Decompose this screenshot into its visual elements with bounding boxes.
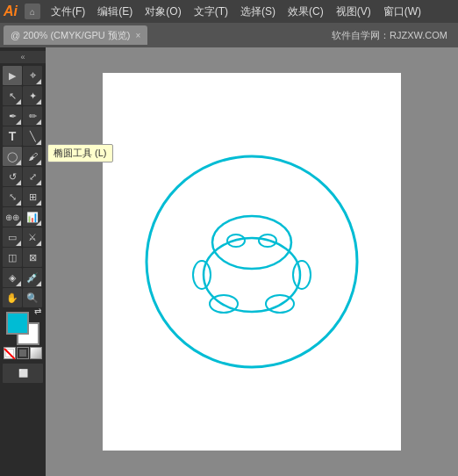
tool-row-9: ▭ ⚔ [3, 227, 43, 247]
tool-row-7: ⤡ ⊞ [3, 187, 43, 206]
free-transform-tool[interactable]: ⊞ [23, 187, 42, 206]
document-tab[interactable]: @ 200% (CMYK/GPU 预览) × [4, 25, 147, 45]
svg-point-2 [212, 216, 291, 269]
warp-tool[interactable]: ⤡ [3, 187, 22, 206]
tool-arrow [36, 200, 41, 206]
toolbar-collapse-button[interactable]: « [0, 51, 46, 63]
column-graph-tool[interactable]: 📊 [23, 207, 42, 227]
tool-row-10: ◫ ⊠ [3, 248, 43, 267]
symbol-spray-tool[interactable]: ⊕⊕ [3, 207, 22, 227]
tool-arrow [16, 99, 21, 105]
tool-arrow [36, 180, 41, 185]
hand-tool[interactable]: ✋ [3, 288, 22, 307]
canvas-page [103, 73, 401, 451]
tool-row-8: ⊕⊕ 📊 [3, 207, 43, 227]
scale-tool[interactable]: ⤢ [23, 167, 42, 186]
foreground-color-swatch[interactable] [6, 312, 29, 335]
menu-effect[interactable]: 效果(C) [283, 3, 329, 21]
gradient-tool[interactable]: ◫ [3, 248, 22, 267]
tool-arrow [36, 241, 41, 246]
direct-select-tool[interactable]: ↖ [3, 86, 22, 105]
tool-arrow [36, 220, 41, 226]
artboard-tool[interactable]: ▭ [3, 227, 22, 247]
gradient-swatch[interactable] [30, 347, 42, 359]
svg-point-0 [147, 156, 357, 367]
ellipse-tool[interactable]: ◯ [3, 147, 22, 166]
svg-point-8 [293, 261, 311, 289]
toolbar: « ▶ ⌖ ↖ ✦ ✒ [0, 47, 46, 476]
select-tool[interactable]: ▶ [3, 66, 22, 85]
tool-row-5: ◯ 🖌 [3, 147, 43, 166]
menu-view[interactable]: 视图(V) [331, 3, 376, 21]
blend-tool[interactable]: ◈ [3, 268, 22, 287]
bottom-icons: ⬜ [3, 364, 43, 383]
rotate-tool[interactable]: ↺ [3, 167, 22, 186]
slice-tool[interactable]: ⚔ [23, 227, 42, 247]
tool-row-4: T ╲ [3, 126, 43, 146]
menu-items: 文件(F) 编辑(E) 对象(O) 文字(T) 选择(S) 效果(C) 视图(V… [46, 3, 426, 21]
tool-row-11: ◈ 💉 [3, 268, 43, 287]
tool-arrow [36, 79, 41, 84]
home-icon[interactable]: ⌂ [25, 4, 40, 19]
tool-arrow [16, 180, 21, 185]
app-logo: Ai [4, 4, 18, 19]
menu-edit[interactable]: 编辑(E) [92, 3, 138, 21]
swatch-container: ⇄ [6, 312, 39, 345]
menu-bar: Ai ⌂ 文件(F) 编辑(E) 对象(O) 文字(T) 选择(S) 效果(C)… [0, 0, 458, 23]
tool-arrow [16, 241, 21, 246]
mesh-tool[interactable]: ⊠ [23, 248, 42, 267]
svg-point-7 [193, 261, 211, 289]
none-fill-swatch[interactable] [17, 347, 29, 359]
tab-right-info: 软件自学网：RJZXW.COM [332, 29, 454, 42]
tab-close-button[interactable]: × [135, 31, 140, 40]
line-tool[interactable]: ╲ [23, 126, 42, 146]
pen-tool[interactable]: ✒ [3, 106, 22, 126]
tool-arrow [36, 160, 41, 165]
menu-file[interactable]: 文件(F) [46, 3, 90, 21]
zoom-tool[interactable]: 🔍 [23, 288, 42, 307]
tool-arrow [36, 281, 41, 286]
menu-object[interactable]: 对象(O) [140, 3, 186, 21]
tool-arrow [36, 140, 41, 145]
menu-text[interactable]: 文字(T) [189, 3, 233, 21]
eyedropper-tool[interactable]: 💉 [23, 268, 42, 287]
paintbrush-tool[interactable]: 🖌 [23, 147, 42, 166]
tooltip: 椭圆工具 (L) [47, 144, 113, 162]
tool-arrow [16, 200, 21, 206]
canvas-area [46, 47, 458, 476]
svg-point-1 [204, 238, 300, 312]
none-swatch-row [4, 347, 42, 359]
menu-window[interactable]: 窗口(W) [378, 3, 426, 21]
tool-row-2: ↖ ✦ [3, 86, 43, 105]
main-area: « ▶ ⌖ ↖ ✦ ✒ [0, 47, 458, 476]
swap-colors-icon[interactable]: ⇄ [34, 307, 43, 315]
tool-row-12: ✋ 🔍 [3, 288, 43, 307]
illustration-svg [129, 139, 375, 385]
tool-row-3: ✒ ✏ [3, 106, 43, 126]
tool-row-1: ▶ ⌖ [3, 66, 43, 85]
mode-row: ⬜ [3, 364, 43, 383]
menu-select[interactable]: 选择(S) [235, 3, 281, 21]
color-area: ⇄ [4, 312, 42, 359]
tool-arrow [36, 99, 41, 105]
text-tool[interactable]: T [3, 126, 22, 146]
none-stroke-swatch[interactable] [4, 347, 16, 359]
tab-label: @ 200% (CMYK/GPU 预览) [11, 29, 130, 42]
pencil-tool[interactable]: ✏ [23, 106, 42, 126]
tool-arrow [16, 281, 21, 286]
screen-mode-button[interactable]: ⬜ [3, 364, 43, 383]
tool-row-6: ↺ ⤢ [3, 167, 43, 186]
tool-arrow [16, 220, 21, 226]
tool-arrow [16, 119, 21, 125]
magic-wand-tool[interactable]: ✦ [23, 86, 42, 105]
tab-bar: @ 200% (CMYK/GPU 预览) × 软件自学网：RJZXW.COM [0, 23, 458, 47]
tool-arrow [36, 119, 41, 125]
tool-arrow [16, 160, 21, 165]
lasso-tool[interactable]: ⌖ [23, 66, 42, 85]
